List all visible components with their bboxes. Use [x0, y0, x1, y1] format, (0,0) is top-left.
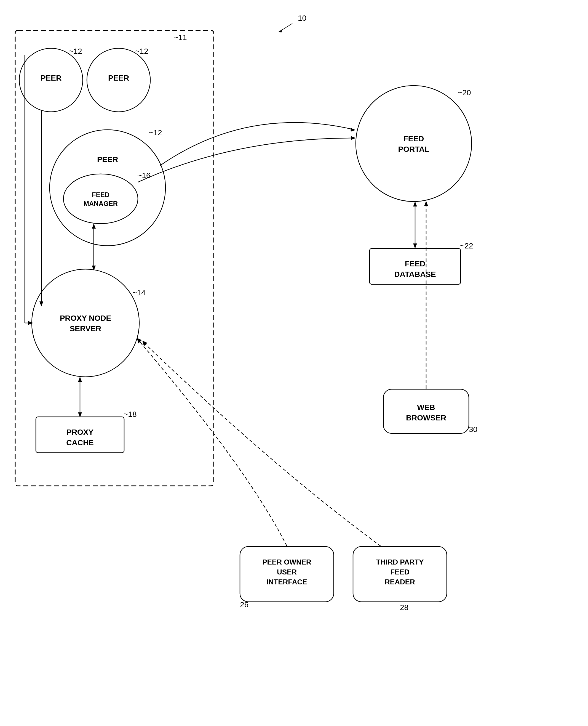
- feed-manager-ellipse: [63, 174, 138, 224]
- third-party-label1: THIRD PARTY: [376, 558, 424, 566]
- feed-database-label2: DATABASE: [394, 270, 436, 279]
- ref-10: 10: [298, 14, 307, 22]
- third-party-to-proxy-dashed: [143, 342, 381, 546]
- feed-portal-label2: PORTAL: [398, 145, 429, 154]
- svg-marker-0: [278, 29, 283, 33]
- proxy-cache-label1: PROXY: [66, 428, 93, 437]
- fm-portal-arrowhead: [351, 136, 356, 140]
- ref-11: ~11: [174, 33, 187, 42]
- web-browser-portal-arrowhead: [424, 201, 428, 206]
- fm-proxy-arrowhead-up: [92, 224, 96, 228]
- peer3-to-feed-portal-path: [160, 123, 354, 166]
- feed-portal-label1: FEED: [403, 135, 424, 143]
- web-browser-label1: WEB: [417, 403, 435, 411]
- bracket-arrowhead: [28, 321, 33, 325]
- peer-group-boundary: [15, 31, 214, 486]
- ref-30: 30: [469, 425, 477, 433]
- feed-database-label1: FEED: [405, 260, 425, 268]
- proxy-node-server-circle: [32, 269, 139, 377]
- peer-owner-ui-label2: USER: [277, 568, 297, 576]
- ref-12a: ~12: [69, 47, 82, 56]
- portal-db-arrowhead-up: [413, 202, 417, 206]
- ref-28: 28: [400, 603, 408, 612]
- web-browser-label2: BROWSER: [406, 414, 446, 422]
- portal-db-arrowhead-down: [413, 243, 417, 248]
- proxy-cache-label2: CACHE: [66, 438, 94, 447]
- third-party-label2: FEED: [390, 568, 409, 576]
- feed-portal-circle: [356, 85, 471, 202]
- third-party-proxy-arrowhead: [142, 341, 147, 346]
- third-party-label3: READER: [385, 578, 415, 586]
- proxy-cache-arrowhead-up: [78, 377, 82, 382]
- peer2-label: PEER: [108, 74, 129, 82]
- peer3-label: PEER: [97, 155, 118, 164]
- ref-22: ~22: [460, 242, 473, 250]
- ref-20: ~20: [458, 88, 471, 97]
- peer3-portal-arrowhead: [351, 128, 356, 132]
- feed-manager-label1: FEED: [92, 191, 109, 199]
- proxy-node-server-label1: PROXY NODE: [60, 314, 111, 322]
- peer-owner-ui-label3: INTERFACE: [267, 578, 307, 586]
- peer1-label: PEER: [41, 74, 62, 82]
- fm-to-feed-portal-path: [138, 138, 354, 182]
- peer-owner-proxy-arrowhead: [137, 338, 142, 343]
- peer1-proxy-arrowhead: [39, 301, 43, 306]
- peer-owner-ui-label1: PEER OWNER: [262, 558, 311, 566]
- ref-26: 26: [240, 600, 249, 609]
- peer-owner-to-proxy-dashed: [138, 340, 287, 546]
- ref-14: ~14: [132, 288, 146, 297]
- ref-12c: ~12: [149, 128, 162, 137]
- diagram-container: 10 ~11 PEER ~12 PEER ~12 PEER ~12 FEED M…: [0, 0, 588, 726]
- feed-manager-label2: MANAGER: [84, 200, 118, 207]
- ref-16: ~16: [138, 171, 151, 180]
- proxy-node-server-label2: SERVER: [70, 324, 102, 333]
- ref-12b: ~12: [135, 47, 148, 56]
- ref-18: ~18: [124, 410, 137, 419]
